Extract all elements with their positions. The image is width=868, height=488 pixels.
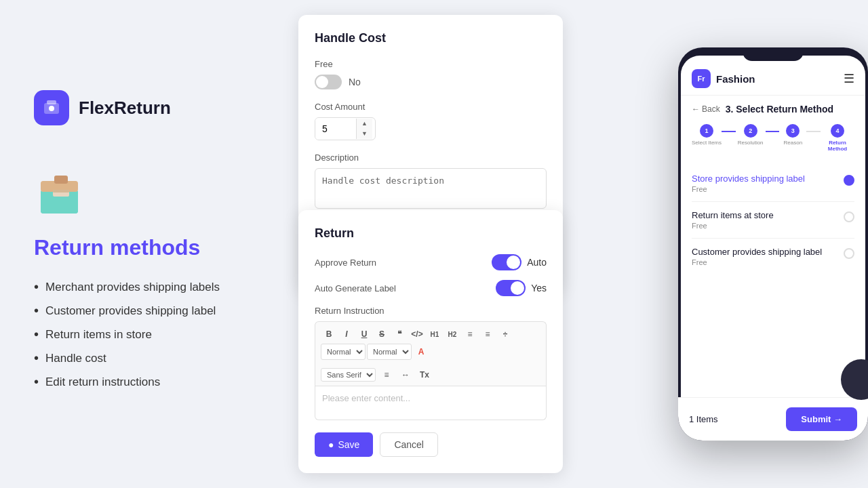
color-button[interactable]: A — [413, 344, 429, 360]
auto-generate-value: Yes — [531, 283, 547, 293]
auto-generate-row: Auto Generate Label Yes — [315, 280, 547, 296]
section-title: Return methods — [34, 235, 264, 260]
return-card: Return Approve Return Auto Auto Generate… — [298, 210, 563, 473]
phone-step-header: ← Back 3. Select Return Method — [681, 96, 865, 120]
submit-button[interactable]: Submit → — [786, 407, 857, 431]
editor-toolbar: B I U S ❝ </> H1 H2 ≡ ≡ ÷ Normal Normal … — [315, 321, 547, 364]
brand-name: FlexReturn — [79, 98, 171, 119]
logo-icon — [34, 90, 69, 125]
auto-generate-toggle[interactable] — [496, 280, 526, 296]
step-title: 3. Select Return Method — [726, 104, 833, 115]
option-1-radio[interactable] — [844, 175, 854, 186]
option-1-price: Free — [692, 185, 805, 193]
steps-progress: 1 Select Items 2 Resolution 3 Reason — [681, 120, 865, 160]
style-select[interactable]: Normal — [367, 344, 412, 360]
italic-button[interactable]: I — [338, 326, 355, 342]
option-3[interactable]: Customer provides shipping label Free — [692, 239, 854, 274]
number-arrows: ▲ ▼ — [356, 119, 372, 139]
hamburger-icon[interactable]: ☰ — [844, 71, 854, 86]
description-textarea[interactable]: Handle cost description — [315, 168, 547, 209]
phone-frame: Fr Fashion ☰ ← Back 3. Select Return Met… — [678, 47, 868, 441]
option-3-radio[interactable] — [844, 248, 854, 259]
code-button[interactable]: </> — [409, 326, 425, 342]
step-3: 3 Reason — [779, 124, 806, 146]
auto-generate-toggle-wrap: Yes — [496, 280, 547, 296]
decrement-button[interactable]: ▼ — [357, 129, 372, 139]
clear-format-button[interactable]: Tx — [416, 367, 433, 383]
list-item: Merchant provides shipping labels — [34, 279, 264, 295]
list-item: Handle cost — [34, 350, 264, 366]
cancel-button[interactable]: Cancel — [380, 432, 438, 457]
free-toggle-value: No — [349, 77, 361, 87]
return-options: Store provides shipping label Free Retur… — [681, 160, 865, 280]
editor-placeholder: Please enter content... — [322, 393, 410, 403]
svg-rect-7 — [54, 176, 68, 184]
description-group: Description Handle cost description — [315, 152, 547, 211]
bold-button[interactable]: B — [321, 326, 337, 342]
step-connector-2 — [766, 131, 780, 132]
description-label: Description — [315, 152, 547, 163]
option-3-info: Customer provides shipping label Free — [692, 247, 822, 266]
phone-header: Fr Fashion ☰ — [681, 56, 865, 96]
option-1[interactable]: Store provides shipping label Free — [692, 165, 854, 202]
step-connector-3 — [806, 131, 821, 132]
list-item: Return items in store — [34, 327, 264, 342]
bullet-list: Merchant provides shipping labels Custom… — [34, 279, 264, 390]
free-label: Free — [315, 59, 547, 69]
step-2-circle: 2 — [744, 124, 757, 138]
phone-brand: Fr Fashion — [692, 69, 755, 88]
ol-button[interactable]: ≡ — [462, 326, 478, 342]
svg-rect-9 — [53, 190, 69, 192]
align-left-button[interactable]: ≡ — [378, 367, 395, 383]
save-button[interactable]: ● Save — [315, 432, 373, 457]
underline-button[interactable]: U — [356, 326, 372, 342]
step-4-label: Return Method — [821, 140, 854, 152]
align-button[interactable]: ÷ — [497, 326, 513, 342]
step-2-label: Resolution — [736, 140, 766, 146]
card-btn-row: ● Save Cancel — [315, 432, 547, 457]
cost-amount-label: Cost Amount — [315, 102, 547, 112]
cost-amount-input-wrap: ▲ ▼ — [315, 117, 376, 140]
phone-notch — [743, 47, 804, 61]
format-select[interactable]: Normal — [321, 344, 366, 360]
option-2[interactable]: Return items at store Free — [692, 202, 854, 239]
items-count: 1 Items — [689, 414, 718, 424]
option-3-price: Free — [692, 258, 822, 266]
h1-button[interactable]: H1 — [427, 326, 443, 342]
align-right-button[interactable]: ↔ — [397, 367, 414, 383]
strike-button[interactable]: S — [374, 326, 390, 342]
quote-button[interactable]: ❝ — [391, 326, 408, 342]
option-2-radio[interactable] — [844, 211, 854, 222]
left-panel: FlexReturn Return methods Merchant provi… — [0, 63, 298, 425]
step-connector-1 — [722, 131, 736, 132]
back-arrow-icon: ← — [692, 104, 700, 114]
phone-mockup: Fr Fashion ☰ ← Back 3. Select Return Met… — [678, 47, 868, 441]
option-2-info: Return items at store Free — [692, 210, 774, 230]
step-3-label: Reason — [779, 140, 806, 146]
free-toggle-row: No — [315, 75, 547, 89]
step-1-label: Select Items — [692, 140, 722, 146]
editor-body[interactable]: Please enter content... — [315, 386, 547, 420]
approve-toggle-wrap: Auto — [492, 254, 547, 270]
main-area: Handle Cost Free No Cost Amount ▲ ▼ Desc… — [298, 0, 868, 488]
cost-amount-input[interactable] — [315, 118, 356, 140]
approve-label: Approve Return — [315, 258, 376, 268]
instruction-group: Return Instruction B I U S ❝ </> H1 H2 ≡… — [315, 306, 547, 420]
phone-footer: 1 Items Submit → — [681, 397, 865, 435]
free-toggle[interactable] — [315, 75, 342, 89]
auto-generate-label: Auto Generate Label — [315, 283, 396, 293]
increment-button[interactable]: ▲ — [357, 119, 372, 129]
step-4-circle: 4 — [831, 124, 844, 138]
cost-amount-group: Cost Amount ▲ ▼ — [315, 102, 547, 140]
back-link[interactable]: ← Back — [692, 104, 720, 114]
approve-toggle[interactable] — [492, 254, 521, 270]
step-2: 2 Resolution — [736, 124, 766, 146]
svg-point-2 — [49, 106, 54, 111]
list-item: Customer provides shipping label — [34, 303, 264, 319]
return-card-title: Return — [315, 226, 547, 241]
h2-button[interactable]: H2 — [444, 326, 460, 342]
option-1-info: Store provides shipping label Free — [692, 174, 805, 193]
approve-return-row: Approve Return Auto — [315, 254, 547, 270]
ul-button[interactable]: ≡ — [479, 326, 496, 342]
font-select[interactable]: Sans Serif — [321, 368, 376, 382]
